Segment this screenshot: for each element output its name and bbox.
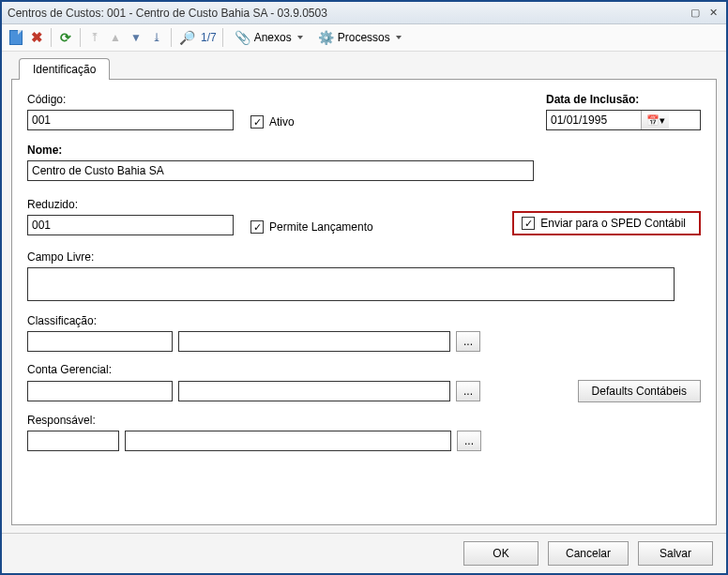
separator [51, 28, 52, 47]
enviar-sped-label: Enviar para o SPED Contábil [540, 217, 686, 230]
processos-label: Processos [338, 31, 390, 44]
data-inclusao-label: Data de Inclusão: [546, 93, 701, 106]
enviar-sped-checkbox[interactable]: ✓ Enviar para o SPED Contábil [522, 217, 686, 230]
nav-prev-button[interactable]: ▲ [107, 28, 124, 47]
nav-next-button[interactable]: ▼ [128, 28, 144, 47]
responsavel-label: Responsável: [27, 414, 701, 427]
separator [222, 28, 223, 47]
checkbox-icon: ✓ [522, 217, 535, 230]
nav-first-icon: ⤒ [90, 31, 99, 44]
window: Centros de Custos: 001 - Centro de Custo… [0, 0, 728, 575]
conta-gerencial-code-input[interactable] [27, 381, 173, 401]
conta-gerencial-label: Conta Gerencial: [27, 363, 701, 376]
data-inclusao-field: 📅▾ [546, 110, 701, 130]
window-title: Centros de Custos: 001 - Centro de Custo… [8, 7, 688, 20]
close-icon[interactable]: ✕ [705, 6, 720, 20]
gear-icon: ⚙️ [318, 30, 334, 45]
delete-button[interactable]: ✖ [28, 28, 45, 47]
permite-lancamento-label: Permite Lançamento [269, 220, 373, 234]
chevron-down-icon [396, 36, 402, 39]
nome-input[interactable] [27, 160, 534, 181]
nav-last-icon: ⤓ [152, 31, 161, 44]
nav-first-button[interactable]: ⤒ [86, 28, 103, 47]
ok-button[interactable]: OK [463, 541, 538, 566]
campo-livre-label: Campo Livre: [27, 250, 701, 264]
delete-icon: ✖ [31, 29, 43, 46]
nav-last-button[interactable]: ⤓ [148, 28, 165, 47]
separator [80, 28, 81, 47]
responsavel-desc-input[interactable] [125, 431, 451, 451]
new-button[interactable] [8, 28, 24, 47]
conta-gerencial-lookup-button[interactable]: ... [456, 381, 480, 401]
salvar-button[interactable]: Salvar [638, 541, 713, 566]
panel: Código: ✓ Ativo Data de Inclusão: 📅▾ [11, 79, 717, 525]
find-button[interactable]: 🔎 [177, 28, 197, 47]
classificacao-code-input[interactable] [27, 331, 173, 352]
toolbar: ✖ ⟳ ⤒ ▲ ▼ ⤓ 🔎 1/7 📎 Anexos ⚙️ Processos [2, 24, 726, 52]
responsavel-lookup-button[interactable]: ... [457, 431, 481, 451]
cancelar-button[interactable]: Cancelar [548, 541, 629, 566]
sped-highlight: ✓ Enviar para o SPED Contábil [512, 211, 701, 235]
record-counter: 1/7 [201, 31, 217, 44]
anexos-label: Anexos [254, 31, 292, 44]
permite-lancamento-checkbox[interactable]: ✓ Permite Lançamento [250, 220, 373, 234]
calendar-icon: 📅▾ [646, 114, 665, 127]
new-icon [9, 30, 23, 45]
codigo-input[interactable] [27, 110, 234, 130]
classificacao-lookup-button[interactable]: ... [456, 331, 480, 352]
anexos-dropdown[interactable]: 📎 Anexos [229, 28, 309, 47]
titlebar: Centros de Custos: 001 - Centro de Custo… [2, 2, 726, 24]
footer: OK Cancelar Salvar [2, 533, 726, 573]
codigo-label: Código: [27, 93, 234, 106]
window-controls: ▢ ✕ [688, 6, 720, 20]
data-inclusao-input[interactable] [547, 111, 641, 129]
detach-icon[interactable]: ▢ [688, 6, 703, 20]
nav-next-icon: ▼ [130, 31, 142, 44]
reduzido-input[interactable] [27, 215, 234, 235]
checkbox-icon: ✓ [250, 115, 264, 129]
ativo-label: Ativo [269, 115, 295, 129]
classificacao-label: Classificação: [27, 314, 701, 327]
date-picker-button[interactable]: 📅▾ [641, 111, 669, 129]
conta-gerencial-desc-input[interactable] [178, 381, 450, 401]
processos-dropdown[interactable]: ⚙️ Processos [312, 28, 407, 47]
classificacao-desc-input[interactable] [178, 331, 450, 352]
tab-identificacao[interactable]: Identificação [19, 58, 110, 80]
ativo-checkbox[interactable]: ✓ Ativo [250, 115, 295, 129]
separator [171, 28, 172, 47]
reduzido-label: Reduzido: [27, 198, 234, 211]
refresh-icon: ⟳ [60, 30, 71, 45]
binoculars-icon: 🔎 [179, 30, 195, 45]
defaults-contabeis-button[interactable]: Defaults Contábeis [578, 380, 701, 402]
nav-prev-icon: ▲ [110, 31, 121, 44]
attachment-icon: 📎 [235, 30, 250, 45]
refresh-button[interactable]: ⟳ [57, 28, 74, 47]
chevron-down-icon [297, 36, 303, 39]
responsavel-code-input[interactable] [27, 431, 119, 451]
content: Identificação Código: ✓ Ativo Data de In… [2, 52, 726, 533]
campo-livre-input[interactable] [27, 267, 675, 301]
nome-label: Nome: [27, 144, 701, 157]
tabstrip: Identificação [19, 57, 717, 79]
checkbox-icon: ✓ [250, 220, 264, 234]
